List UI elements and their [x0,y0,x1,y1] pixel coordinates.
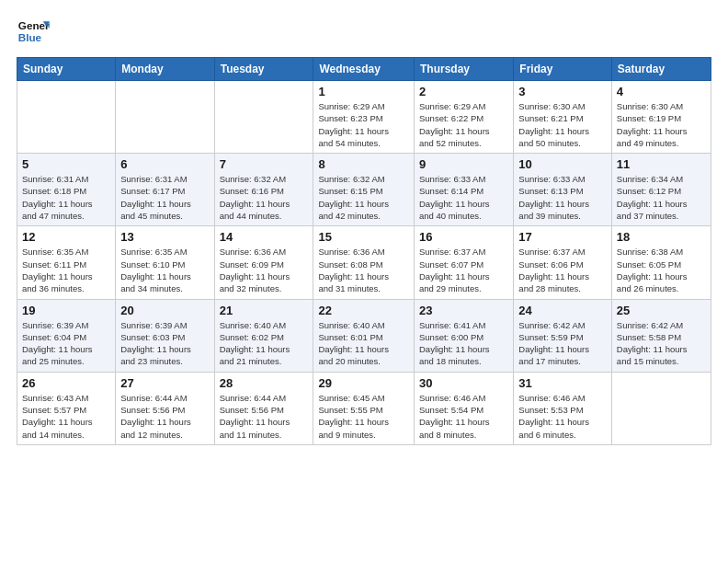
daylight-text: Daylight: 11 hours [22,416,110,428]
daylight-text: Daylight: 11 hours [318,416,409,428]
daylight-text-cont: and 8 minutes. [419,429,508,441]
day-info: Sunrise: 6:40 AMSunset: 6:01 PMDaylight:… [318,319,409,368]
day-info: Sunrise: 6:42 AMSunset: 5:58 PMDaylight:… [617,319,706,368]
sunset-text: Sunset: 6:05 PM [617,259,706,270]
day-info: Sunrise: 6:30 AMSunset: 6:21 PMDaylight:… [518,100,607,149]
daylight-text: Daylight: 11 hours [318,270,409,282]
sunset-text: Sunset: 6:01 PM [318,331,409,343]
sunset-text: Sunset: 6:06 PM [518,259,607,270]
sunrise-text: Sunrise: 6:36 AM [318,246,409,258]
sunrise-text: Sunrise: 6:33 AM [419,173,508,185]
day-number: 4 [617,85,706,98]
sunrise-text: Sunrise: 6:32 AM [318,173,409,185]
sunset-text: Sunset: 6:08 PM [318,259,409,270]
sunset-text: Sunset: 5:57 PM [22,404,110,416]
daylight-text: Daylight: 11 hours [318,343,409,355]
day-number: 21 [220,304,309,317]
daylight-text-cont: and 40 minutes. [419,210,508,222]
daylight-text-cont: and 23 minutes. [120,355,209,367]
sunrise-text: Sunrise: 6:45 AM [318,392,409,404]
day-number: 27 [120,376,209,390]
sunrise-text: Sunrise: 6:30 AM [617,100,706,112]
sunset-text: Sunset: 5:56 PM [120,404,209,416]
day-number: 14 [220,230,309,244]
day-number: 3 [518,85,607,98]
day-number: 1 [318,85,409,98]
day-info: Sunrise: 6:33 AMSunset: 6:14 PMDaylight:… [419,173,508,222]
daylight-text: Daylight: 11 hours [419,125,508,137]
daylight-text-cont: and 36 minutes. [22,282,110,294]
weekday-header-tuesday: Tuesday [214,58,313,81]
daylight-text: Daylight: 11 hours [220,416,309,428]
page: General Blue SundayMondayTuesdayWednesda… [0,0,728,563]
daylight-text: Daylight: 11 hours [120,270,209,282]
daylight-text: Daylight: 11 hours [220,198,309,210]
sunrise-text: Sunrise: 6:29 AM [419,100,508,112]
sunrise-text: Sunrise: 6:41 AM [419,319,508,331]
sunset-text: Sunset: 6:16 PM [220,185,309,197]
daylight-text: Daylight: 11 hours [22,270,110,282]
daylight-text-cont: and 42 minutes. [318,210,409,222]
sunset-text: Sunset: 6:07 PM [419,259,508,270]
daylight-text: Daylight: 11 hours [518,416,607,428]
sunset-text: Sunset: 6:15 PM [318,185,409,197]
daylight-text: Daylight: 11 hours [120,343,209,355]
calendar-cell: 30Sunrise: 6:46 AMSunset: 5:54 PMDayligh… [415,372,514,444]
sunset-text: Sunset: 6:23 PM [318,112,409,124]
daylight-text-cont: and 11 minutes. [220,429,309,441]
calendar-cell: 7Sunrise: 6:32 AMSunset: 6:16 PMDaylight… [214,154,313,226]
day-info: Sunrise: 6:29 AMSunset: 6:22 PMDaylight:… [419,100,508,149]
day-number: 26 [22,376,110,390]
day-number: 22 [318,304,409,317]
day-info: Sunrise: 6:43 AMSunset: 5:57 PMDaylight:… [22,392,110,441]
daylight-text: Daylight: 11 hours [318,125,409,137]
day-number: 25 [617,304,706,317]
sunrise-text: Sunrise: 6:35 AM [22,246,110,258]
sunrise-text: Sunrise: 6:33 AM [518,173,607,185]
daylight-text: Daylight: 11 hours [518,125,607,137]
calendar-cell [611,372,711,444]
logo-icon: General Blue [17,15,50,48]
day-number: 20 [120,304,209,317]
sunrise-text: Sunrise: 6:38 AM [617,246,706,258]
day-info: Sunrise: 6:37 AMSunset: 6:06 PMDaylight:… [518,246,607,294]
daylight-text-cont: and 44 minutes. [220,210,309,222]
day-number: 13 [120,230,209,244]
calendar-cell: 27Sunrise: 6:44 AMSunset: 5:56 PMDayligh… [116,372,214,444]
day-number: 23 [419,304,508,317]
day-info: Sunrise: 6:45 AMSunset: 5:55 PMDaylight:… [318,392,409,441]
day-info: Sunrise: 6:44 AMSunset: 5:56 PMDaylight:… [220,392,309,441]
sunrise-text: Sunrise: 6:29 AM [318,100,409,112]
daylight-text-cont: and 29 minutes. [419,282,508,294]
calendar-table: SundayMondayTuesdayWednesdayThursdayFrid… [17,57,711,445]
calendar-cell: 31Sunrise: 6:46 AMSunset: 5:53 PMDayligh… [514,372,612,444]
sunrise-text: Sunrise: 6:32 AM [220,173,309,185]
daylight-text: Daylight: 11 hours [318,198,409,210]
calendar-cell: 23Sunrise: 6:41 AMSunset: 6:00 PMDayligh… [415,299,514,372]
calendar-cell: 8Sunrise: 6:32 AMSunset: 6:15 PMDaylight… [313,154,415,226]
sunset-text: Sunset: 5:53 PM [518,404,607,416]
weekday-header-saturday: Saturday [611,58,711,81]
daylight-text-cont: and 39 minutes. [518,210,607,222]
calendar-cell: 15Sunrise: 6:36 AMSunset: 6:08 PMDayligh… [313,226,415,299]
sunset-text: Sunset: 6:03 PM [120,331,209,343]
daylight-text-cont: and 50 minutes. [518,137,607,149]
weekday-header-friday: Friday [514,58,612,81]
daylight-text: Daylight: 11 hours [617,270,706,282]
daylight-text: Daylight: 11 hours [220,270,309,282]
calendar-cell: 26Sunrise: 6:43 AMSunset: 5:57 PMDayligh… [17,372,116,444]
day-info: Sunrise: 6:32 AMSunset: 6:16 PMDaylight:… [220,173,309,222]
weekday-header-thursday: Thursday [415,58,514,81]
daylight-text: Daylight: 11 hours [518,198,607,210]
daylight-text-cont: and 18 minutes. [419,355,508,367]
sunrise-text: Sunrise: 6:31 AM [120,173,209,185]
daylight-text-cont: and 21 minutes. [220,355,309,367]
daylight-text-cont: and 47 minutes. [22,210,110,222]
day-number: 17 [518,230,607,244]
day-number: 7 [220,157,309,171]
sunset-text: Sunset: 6:00 PM [419,331,508,343]
calendar-cell: 4Sunrise: 6:30 AMSunset: 6:19 PMDaylight… [611,81,711,154]
calendar-cell: 2Sunrise: 6:29 AMSunset: 6:22 PMDaylight… [415,81,514,154]
weekday-header-sunday: Sunday [17,58,116,81]
calendar-cell: 20Sunrise: 6:39 AMSunset: 6:03 PMDayligh… [116,299,214,372]
